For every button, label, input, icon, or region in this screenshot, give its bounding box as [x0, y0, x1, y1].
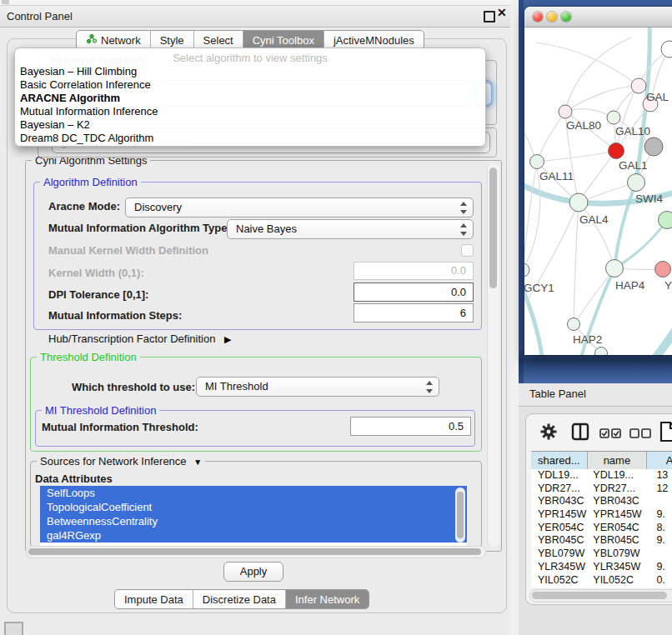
screen: Control Panel ✕ Network Style Select [0, 0, 672, 635]
table-row[interactable]: YPR145WYPR145W9. [531, 508, 672, 522]
table-settings-gear-icon[interactable] [539, 422, 558, 444]
algorithm-option[interactable]: Dream8 DC_TDC Algorithm [15, 132, 485, 145]
table-row[interactable]: YDL19...YDL19...13 [531, 469, 672, 482]
table-cell: YER054C [531, 522, 593, 535]
tab-impute-data[interactable]: Impute Data [115, 590, 193, 608]
hub-definition-expander[interactable]: Hub/Transcription Factor Definition ▶ [48, 332, 231, 345]
network-edge [565, 109, 614, 118]
table-row[interactable]: YIL052CYIL052C0. [531, 574, 672, 588]
network-node[interactable] [524, 263, 529, 277]
column-header-shared-name[interactable]: shared... [531, 452, 588, 470]
algorithm-option[interactable]: Bayesian – Hill Climbing [15, 65, 485, 78]
select-all-checkboxes-icon[interactable] [599, 428, 621, 442]
table-panel-titlebar: Table Panel [519, 383, 672, 407]
settings-horizontal-scrollbar-thumb[interactable] [28, 548, 481, 555]
table-row[interactable]: YER054CYER054C8. [531, 522, 672, 535]
minimize-traffic-light[interactable] [547, 12, 557, 22]
tab-select[interactable]: Select [193, 31, 243, 49]
attributes-scrollbar-thumb[interactable] [457, 492, 464, 538]
zoom-traffic-light[interactable] [561, 12, 571, 22]
mi-type-combobox[interactable]: Naive Bayes [227, 219, 474, 239]
algorithm-option[interactable]: Bayesian – K2 [15, 118, 485, 132]
algorithm-option[interactable]: Mutual Information Inference [15, 105, 485, 118]
settings-vertical-scrollbar-thumb[interactable] [489, 168, 497, 288]
table-row[interactable]: YDR27...YDR27...12 [531, 482, 672, 496]
which-threshold-combobox[interactable]: MI Threshold [196, 377, 439, 397]
tab-label: Cyni Toolbox [253, 34, 314, 47]
table-row[interactable]: YLR345WYLR345W9. [531, 561, 672, 574]
node-label: SWI4 [635, 192, 663, 205]
network-node[interactable] [559, 105, 572, 118]
table-row[interactable]: YBR043CYBR043C [531, 495, 672, 508]
network-node[interactable] [530, 155, 544, 169]
dropdown-placeholder: Select algorithm to view settings [15, 51, 485, 65]
apply-button[interactable]: Apply [223, 562, 283, 582]
table-panel-title: Table Panel [529, 383, 586, 405]
network-node[interactable] [628, 174, 645, 192]
table-horizontal-scrollbar[interactable] [529, 589, 672, 602]
clear-checkboxes-icon[interactable] [629, 428, 651, 442]
collapse-down-icon: ▼ [193, 458, 202, 467]
tab-cyni-toolbox[interactable]: Cyni Toolbox [243, 31, 323, 49]
data-attribute-item[interactable]: SelfLoops [40, 486, 467, 500]
network-node[interactable] [607, 111, 620, 124]
float-window-icon[interactable] [484, 11, 495, 22]
table-cell [651, 495, 672, 508]
panel-divider[interactable] [510, 0, 519, 635]
network-node[interactable] [569, 193, 588, 212]
data-attribute-item[interactable]: TopologicalCoefficient [40, 500, 467, 514]
stepper-arrows-icon [460, 201, 467, 215]
mi-steps-input[interactable]: 6 [354, 303, 474, 322]
network-edge [579, 202, 614, 268]
network-node[interactable] [606, 260, 624, 278]
split-columns-icon[interactable] [571, 422, 589, 444]
node-label: GAL10 [615, 125, 650, 138]
network-node[interactable] [655, 262, 671, 278]
close-icon[interactable]: ✕ [497, 2, 507, 23]
table-cell: YIL052C [531, 574, 593, 588]
network-node[interactable] [568, 318, 580, 331]
tab-jactivemnodules[interactable]: jActiveMNodules [323, 31, 424, 49]
table-cell: YBR045C [593, 534, 651, 548]
tab-infer-network[interactable]: Infer Network [285, 590, 369, 608]
network-node[interactable] [644, 138, 663, 156]
table-row[interactable]: YBR045CYBR045C9. [531, 534, 672, 548]
table-cell: 9. [651, 534, 672, 548]
network-window-titlebar[interactable] [524, 7, 672, 28]
which-threshold-label: Which threshold to use: [72, 381, 195, 393]
panel-dock-handle[interactable] [2, 0, 9, 4]
network-edge [574, 202, 579, 324]
tab-discretize-data[interactable]: Discretize Data [193, 590, 285, 608]
algorithm-option[interactable]: ARACNE Algorithm [15, 92, 485, 105]
algorithm-option[interactable]: Basic Correlation Inference [15, 78, 485, 92]
data-attributes-label: Data Attributes [35, 472, 113, 485]
data-attribute-item[interactable]: BetweennessCentrality [40, 514, 467, 528]
network-canvas[interactable]: GAL80GALGAL10GAL1GAL11SWI4GAL4GCY1HAP4YH… [524, 28, 672, 355]
network-node[interactable] [631, 78, 646, 93]
minimized-panel-icon[interactable] [4, 622, 23, 635]
network-node[interactable] [609, 143, 624, 159]
column-header-partial[interactable]: A [647, 452, 672, 470]
mi-threshold-input[interactable]: 0.5 [350, 417, 471, 436]
table-cell: YDR27... [531, 482, 593, 496]
column-header-name[interactable]: name [588, 452, 647, 470]
document-icon[interactable] [659, 421, 672, 446]
node-label: GCY1 [524, 282, 554, 294]
tab-network[interactable]: Network [77, 31, 150, 49]
data-attribute-item[interactable]: gal4RGexp [40, 528, 467, 542]
tab-style[interactable]: Style [150, 31, 193, 49]
table-cell: 9. [651, 561, 672, 574]
manual-kernel-checkbox[interactable] [461, 244, 474, 257]
network-node[interactable] [659, 212, 672, 229]
table-horizontal-scrollbar-thumb[interactable] [532, 592, 667, 599]
kernel-width-input[interactable]: 0.0 [354, 262, 474, 280]
node-label: GAL11 [539, 170, 574, 182]
close-traffic-light[interactable] [533, 12, 543, 22]
table-cell: YLR345W [531, 561, 593, 574]
tab-label: Discretize Data [203, 593, 276, 606]
dpi-tolerance-input[interactable]: 0.0 [354, 282, 474, 302]
aracne-mode-combobox[interactable]: Discovery [125, 198, 474, 218]
table-row[interactable]: YBL079WYBL079W [531, 548, 672, 561]
network-node[interactable] [661, 41, 672, 58]
sources-collapser[interactable]: Sources for Network Inference ▼ [37, 455, 205, 468]
